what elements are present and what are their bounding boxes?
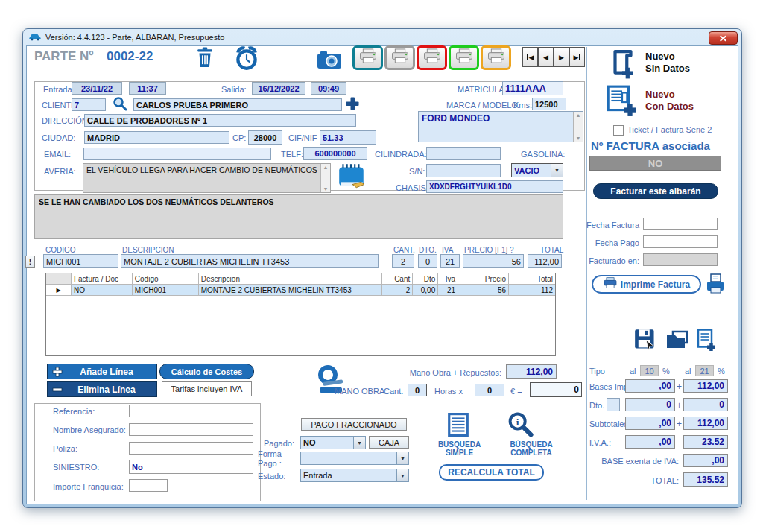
- cilindrada-field[interactable]: [426, 147, 501, 160]
- header-factura-doc[interactable]: Factura / Doc: [72, 273, 133, 285]
- photo-button[interactable]: [317, 50, 342, 72]
- simple-search-label[interactable]: BÚSQUEDASIMPLE: [431, 440, 487, 457]
- header-cant[interactable]: Cant: [382, 273, 413, 285]
- linea-iva-field[interactable]: 21: [440, 254, 460, 268]
- bases-imp-21-field[interactable]: 112,00: [683, 379, 728, 393]
- averia-field[interactable]: EL VEHÍCULO LLEGA PARA HACER CAMBIO DE N…: [83, 163, 331, 193]
- email-field[interactable]: [83, 148, 271, 160]
- simple-search-button[interactable]: [448, 413, 469, 440]
- scrollbar[interactable]: ▲▼: [573, 112, 583, 142]
- base-exenta-field[interactable]: ,00: [683, 454, 728, 467]
- print-button-orange[interactable]: [481, 45, 511, 70]
- linea-cant-field[interactable]: 2: [392, 254, 414, 268]
- full-search-label[interactable]: BÚSQUEDACOMPLETA: [501, 440, 561, 457]
- iva-21-field[interactable]: 23.52: [683, 435, 728, 449]
- header-descripcion[interactable]: Descripcion: [199, 273, 383, 285]
- referencia-field[interactable]: [129, 405, 253, 417]
- new-blank-button[interactable]: [610, 48, 636, 83]
- caja-button[interactable]: CAJA: [369, 436, 409, 449]
- poliza-field[interactable]: [129, 442, 253, 455]
- header-codigo[interactable]: Codigo: [133, 273, 199, 285]
- ticket-serie2-checkbox[interactable]: [613, 125, 624, 136]
- delete-button[interactable]: [196, 47, 214, 71]
- forma-pago-select[interactable]: ▼: [300, 452, 409, 465]
- header-iva[interactable]: Iva: [438, 273, 458, 285]
- siniestro-field[interactable]: No: [129, 460, 253, 474]
- chasis-field[interactable]: XDXDFRGHTYUIKL1D0: [426, 180, 563, 193]
- direccion-field[interactable]: CALLE DE PROBADORES Nº 1: [84, 114, 356, 127]
- marca-modelo-field[interactable]: FORD MONDEO ▲▼: [418, 111, 583, 142]
- recalcula-total-button[interactable]: RECALCULA TOTAL: [439, 464, 544, 481]
- imprime-factura-button[interactable]: Imprime Factura: [592, 275, 701, 294]
- subtotal-10-field[interactable]: ,00: [625, 417, 675, 430]
- reminder-button[interactable]: [233, 45, 260, 74]
- kms-field[interactable]: 12500: [532, 98, 566, 110]
- client-search-button[interactable]: [113, 96, 127, 114]
- linea-precio-field[interactable]: 56: [463, 254, 524, 268]
- new-with-data-button[interactable]: [605, 84, 638, 120]
- nav-last-button[interactable]: ▶: [569, 47, 585, 67]
- salida-time-field[interactable]: 09:49: [311, 82, 346, 95]
- estado-select[interactable]: Entrada▼: [300, 469, 409, 482]
- bases-imp-10-field[interactable]: ,00: [625, 379, 675, 393]
- header-precio[interactable]: Precio: [458, 273, 509, 285]
- new-doc-button[interactable]: [696, 329, 717, 354]
- fecha-factura-field[interactable]: [643, 218, 718, 230]
- gasolina-select[interactable]: VACIO▼: [511, 163, 563, 177]
- matricula-field[interactable]: 1111AAA: [502, 81, 563, 95]
- dto-10-field[interactable]: 0: [625, 398, 675, 411]
- linea-descripcion-field[interactable]: MONTAJE 2 CUBIERTAS MICHELIN TT3453: [121, 254, 379, 268]
- ciudad-field[interactable]: MADRID: [84, 131, 229, 144]
- linea-codigo-field[interactable]: MICH001: [43, 254, 118, 268]
- asegurado-field[interactable]: [129, 423, 253, 436]
- print-button-gray[interactable]: [384, 45, 415, 70]
- nav-prev-button[interactable]: ◀: [538, 47, 554, 67]
- subtotal-21-field[interactable]: 112,00: [683, 417, 728, 430]
- nav-next-button[interactable]: ▶: [554, 47, 569, 67]
- iva-10-field[interactable]: ,00: [625, 435, 675, 449]
- mano-obra-cant-field[interactable]: 0: [408, 384, 427, 396]
- scrollbar[interactable]: ▲▼: [320, 164, 330, 192]
- cif-nif-field[interactable]: 51.33: [320, 130, 376, 145]
- add-client-button[interactable]: [345, 96, 360, 114]
- linea-dto-field[interactable]: 0: [418, 254, 437, 268]
- cp-field[interactable]: 28000: [248, 130, 282, 145]
- close-button[interactable]: [709, 31, 738, 45]
- facturado-en-field[interactable]: [643, 253, 718, 266]
- horas-field[interactable]: 0: [475, 384, 504, 396]
- print-button-red[interactable]: [417, 45, 447, 70]
- entrada-date-field[interactable]: 23/11/22: [72, 82, 122, 95]
- print-button-green[interactable]: [449, 45, 479, 70]
- dto-pct-input[interactable]: [607, 398, 620, 411]
- open-folder-button[interactable]: [665, 330, 689, 352]
- delete-line-button[interactable]: Elimina Línea: [47, 381, 157, 397]
- work-description-area[interactable]: SE LE HAN CAMBIADO LOS DOS NEUMÁTICOS DE…: [34, 194, 563, 239]
- facturar-albaran-button[interactable]: Facturar este albarán: [593, 183, 718, 199]
- line-exclaim-button[interactable]: !: [25, 256, 35, 268]
- franquicia-field[interactable]: [129, 479, 168, 492]
- pago-fraccionado-button[interactable]: PAGO FRACCIONADO: [301, 418, 407, 431]
- cost-calc-button[interactable]: Cálculo de Costes: [159, 364, 254, 379]
- fecha-pago-field[interactable]: [643, 235, 718, 248]
- header-total[interactable]: Total: [509, 273, 555, 285]
- linea-total-field[interactable]: 112,00: [528, 254, 562, 268]
- nav-first-button[interactable]: ◀: [522, 47, 538, 67]
- full-search-button[interactable]: i: [506, 411, 534, 442]
- pagado-select[interactable]: NO▼: [300, 436, 366, 449]
- save-button[interactable]: [634, 329, 656, 354]
- cliente-name-field[interactable]: CARLOS PRUEBA PRIMERO: [133, 98, 342, 111]
- print-button-teal[interactable]: [352, 45, 383, 70]
- add-line-button[interactable]: Añade Línea: [47, 364, 157, 379]
- cliente-code-field[interactable]: 7: [72, 98, 106, 111]
- total-field[interactable]: 135.52: [683, 472, 728, 487]
- sn-field[interactable]: [426, 164, 501, 177]
- mano-obra-total-field[interactable]: 0: [530, 382, 582, 397]
- salida-date-field[interactable]: 16/12/2022: [252, 82, 305, 95]
- tarifas-iva-button[interactable]: Tarifas incluyen IVA: [162, 381, 252, 396]
- dto-21-field[interactable]: 0: [683, 398, 728, 411]
- notes-button[interactable]: [336, 161, 367, 195]
- entrada-time-field[interactable]: 11:37: [129, 82, 166, 95]
- table-row[interactable]: ▶ NO MICH001 MONTAJE 2 CUBIERTAS MICHELI…: [46, 285, 555, 296]
- telf-field[interactable]: 600000000: [303, 147, 367, 160]
- mano-obra-repuestos-field[interactable]: 112,00: [506, 364, 557, 379]
